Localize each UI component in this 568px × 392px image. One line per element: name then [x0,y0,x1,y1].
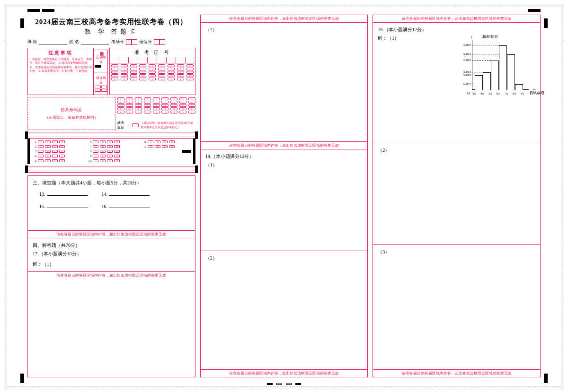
digit-bubble[interactable]: 6 [117,101,124,104]
option-bubble[interactable]: C [162,145,168,148]
option-bubble[interactable]: B [155,145,160,148]
q19-part2-area[interactable]: （2） [373,143,540,244]
digit-bubble[interactable]: 8 [117,107,124,110]
option-bubble[interactable]: B [100,145,106,148]
digit-bubble[interactable]: 0 [139,64,146,67]
digit-bubble[interactable]: 3 [111,74,118,77]
digit-bubble[interactable]: 9 [188,111,195,113]
option-bubble[interactable]: A [93,140,98,143]
digit-bubble[interactable]: 6 [126,101,133,104]
digit-bubble[interactable]: 9 [179,111,186,113]
q18-part1-area[interactable]: 18.（本小题满分12分） （1） [201,149,368,251]
option-bubble[interactable]: D [114,159,120,162]
option-bubble[interactable]: B [100,150,106,153]
digit-bubble[interactable]: 2 [121,71,128,74]
digit-bubble[interactable]: 7 [170,104,178,107]
option-bubble[interactable]: C [52,150,58,153]
option-bubble[interactable]: D [169,145,175,148]
option-bubble[interactable]: D [59,155,65,157]
option-bubble[interactable]: B [45,140,51,143]
option-bubble[interactable]: B [45,159,51,162]
digit-bubble[interactable]: 1 [139,68,146,70]
digit-bubble[interactable]: 1 [177,68,184,70]
digit-bubble[interactable]: 1 [111,68,118,70]
digit-bubble[interactable]: 6 [188,101,195,104]
digit-bubble[interactable]: 4 [158,78,165,80]
option-bubble[interactable]: B [45,155,51,157]
digit-bubble[interactable]: 8 [144,107,151,110]
option-bubble[interactable]: C [107,140,113,143]
digit-bubble[interactable]: 9 [135,111,142,113]
digit-bubble[interactable]: 0 [168,64,175,67]
digit-bubble[interactable]: 2 [158,71,165,74]
digit-bubble[interactable]: 6 [179,101,186,104]
option-bubble[interactable]: A [93,150,98,153]
room-box[interactable] [126,39,132,45]
option-bubble[interactable]: A [148,145,153,148]
option-bubble[interactable]: C [52,140,58,143]
option-bubble[interactable]: C [52,145,58,148]
option-bubble[interactable]: A [93,145,98,148]
q17-part2-area[interactable]: （2） [201,22,368,141]
digit-bubble[interactable]: 0 [111,64,118,67]
q19-part1-area[interactable]: 19.（本小题满分12分） 解：（1） 频率/组距 ↑ → O 0.0040.0… [373,22,540,143]
option-bubble[interactable]: A [38,140,44,143]
digit-bubble[interactable]: 8 [135,107,142,110]
option-bubble[interactable]: D [59,145,65,148]
digit-bubble[interactable]: 6 [161,101,169,104]
option-bubble[interactable]: C [107,145,113,148]
digit-bubble[interactable]: 0 [130,64,137,67]
q19-part3-area[interactable]: （3） [373,244,540,369]
room-box[interactable] [132,39,137,45]
option-bubble[interactable]: B [100,159,106,162]
digit-bubble[interactable]: 7 [153,104,160,107]
digit-bubble[interactable]: 0 [158,64,165,67]
digit-bubble[interactable]: 9 [144,111,151,113]
digit-bubble[interactable]: 8 [153,107,160,110]
digit-bubble[interactable]: 2 [186,71,194,74]
option-bubble[interactable]: D [59,159,65,162]
option-bubble[interactable]: B [100,155,106,157]
option-bubble[interactable]: C [52,155,58,157]
digit-bubble[interactable]: 1 [186,68,194,70]
digit-bubble[interactable]: 2 [177,71,184,74]
seat-box[interactable] [154,39,160,45]
digit-bubble[interactable]: 3 [121,74,128,77]
option-bubble[interactable]: D [59,150,65,153]
name-input[interactable] [81,40,109,44]
q18-part2-area[interactable]: （2） [201,251,368,370]
digit-bubble[interactable]: 6 [135,101,142,104]
option-bubble[interactable]: A [38,159,44,162]
digit-bubble[interactable]: 5 [126,97,133,100]
digit-bubble[interactable]: 2 [139,71,146,74]
digit-bubble[interactable]: 6 [153,101,160,104]
digit-bubble[interactable]: 5 [170,97,178,100]
digit-bubble[interactable]: 3 [177,74,184,77]
digit-bubble[interactable]: 7 [117,104,124,107]
digit-bubble[interactable]: 8 [126,107,133,110]
digit-bubble[interactable]: 0 [121,64,128,67]
digit-bubble[interactable]: 8 [179,107,186,110]
option-bubble[interactable]: B [45,150,51,153]
digit-bubble[interactable]: 8 [188,107,195,110]
option-bubble[interactable]: A [93,155,98,157]
option-bubble[interactable]: C [107,159,113,162]
digit-bubble[interactable]: 6 [170,101,178,104]
q16-input[interactable] [109,203,150,208]
absent-checkbox[interactable] [132,123,139,127]
option-bubble[interactable]: D [114,140,120,143]
digit-bubble[interactable]: 3 [186,74,194,77]
digit-bubble[interactable]: 4 [130,78,137,80]
digit-bubble[interactable]: 5 [144,97,151,100]
digit-bubble[interactable]: 2 [130,71,137,74]
option-bubble[interactable]: A [148,140,153,143]
option-bubble[interactable]: D [114,145,120,148]
digit-bubble[interactable]: 4 [121,78,128,80]
digit-bubble[interactable]: 9 [126,111,133,113]
option-bubble[interactable]: A [38,150,44,153]
digit-bubble[interactable]: 1 [149,68,156,70]
option-bubble[interactable]: A [38,155,44,157]
option-bubble[interactable]: C [162,140,168,143]
digit-bubble[interactable]: 4 [186,78,194,80]
digit-bubble[interactable]: 4 [111,78,118,80]
